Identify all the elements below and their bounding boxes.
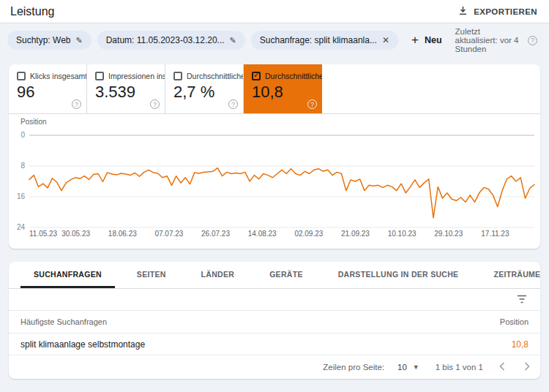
export-button[interactable]: EXPORTIEREN bbox=[458, 6, 537, 17]
svg-text:18.06.23: 18.06.23 bbox=[108, 230, 137, 238]
metric-card-average-position[interactable]: Durchschnittliche... 10,8 ? bbox=[244, 64, 322, 113]
checkbox-average-ctr[interactable] bbox=[173, 72, 182, 80]
chip-label: Suchtyp: Web bbox=[16, 35, 70, 45]
metric-label: Durchschnittliche... bbox=[265, 72, 322, 80]
filter-bar: Suchtyp: Web ✎ Datum: 11.05.2023-03.12.2… bbox=[0, 23, 549, 57]
checkbox-total-impressions[interactable] bbox=[95, 72, 104, 80]
chevron-down-icon: ▼ bbox=[413, 363, 419, 371]
chip-label: Datum: 11.05.2023-03.12.20... bbox=[106, 35, 225, 45]
edit-pencil-icon[interactable]: ✎ bbox=[230, 36, 236, 45]
new-filter-button[interactable]: + Neu bbox=[404, 33, 449, 48]
table-toolbar bbox=[9, 289, 540, 311]
svg-text:11.05.23: 11.05.23 bbox=[29, 230, 58, 238]
svg-text:0: 0 bbox=[20, 131, 25, 139]
svg-text:30.05.23: 30.05.23 bbox=[61, 230, 90, 238]
metric-label: Durchschnittliche... bbox=[187, 72, 243, 80]
svg-text:29.10.23: 29.10.23 bbox=[434, 230, 463, 238]
chip-label: Suchanfrage: split klimaanla... bbox=[260, 35, 377, 45]
queries-table-card: SUCHANFRAGEN SEITEN LÄNDER GERÄTE DARSTE… bbox=[9, 262, 540, 379]
svg-text:17.11.23: 17.11.23 bbox=[481, 230, 509, 238]
svg-text:07.07.23: 07.07.23 bbox=[154, 230, 183, 238]
metrics-row: Klicks insgesamt 96 ? Impressionen ins..… bbox=[9, 64, 540, 114]
pagination-range: 1 bis 1 von 1 bbox=[436, 363, 483, 372]
metric-label: Klicks insgesamt bbox=[30, 72, 86, 80]
last-updated-text: Zuletzt aktualisiert: vor 4 Stunden bbox=[455, 27, 523, 53]
rows-per-page-value: 10 bbox=[397, 363, 407, 372]
next-page-button[interactable] bbox=[524, 362, 530, 372]
filter-list-icon[interactable] bbox=[517, 293, 527, 306]
tab-devices[interactable]: GERÄTE bbox=[256, 262, 316, 288]
table-row[interactable]: split klimaanlage selbstmontage 10,8 bbox=[9, 333, 540, 355]
svg-text:16: 16 bbox=[17, 192, 26, 200]
app-header: Leistung EXPORTIEREN bbox=[0, 0, 549, 23]
svg-text:8: 8 bbox=[20, 162, 25, 170]
position-cell: 10,8 bbox=[512, 339, 529, 350]
tab-queries[interactable]: SUCHANFRAGEN bbox=[20, 262, 115, 288]
chart-canvas: 08162411.05.2330.05.2318.06.2307.07.2326… bbox=[9, 114, 540, 248]
help-icon[interactable]: ? bbox=[72, 99, 81, 109]
query-cell[interactable]: split klimaanlage selbstmontage bbox=[20, 339, 145, 350]
help-icon[interactable]: ? bbox=[150, 99, 160, 109]
table-tabs: SUCHANFRAGEN SEITEN LÄNDER GERÄTE DARSTE… bbox=[9, 262, 540, 289]
svg-text:21.09.23: 21.09.23 bbox=[341, 230, 370, 238]
help-icon[interactable]: ? bbox=[307, 99, 317, 109]
checkbox-average-position-checked[interactable] bbox=[252, 72, 261, 80]
remove-filter-icon[interactable]: ✕ bbox=[382, 35, 389, 45]
tab-dates[interactable]: ZEITRÄUME bbox=[480, 262, 540, 288]
svg-text:10.10.23: 10.10.23 bbox=[388, 230, 417, 238]
svg-text:24: 24 bbox=[17, 223, 26, 231]
help-icon[interactable]: ? bbox=[228, 99, 238, 109]
previous-page-button[interactable] bbox=[499, 362, 505, 372]
column-header-queries[interactable]: Häufigste Suchanfragen bbox=[20, 317, 107, 326]
metric-label: Impressionen ins... bbox=[108, 72, 165, 80]
last-updated: Zuletzt aktualisiert: vor 4 Stunden ? bbox=[455, 27, 537, 53]
rows-per-page-select[interactable]: 10 ▼ bbox=[397, 363, 419, 372]
metric-card-total-impressions[interactable]: Impressionen ins... 3.539 ? bbox=[87, 64, 165, 113]
performance-chart-card: Klicks insgesamt 96 ? Impressionen ins..… bbox=[9, 64, 540, 249]
metric-card-average-ctr[interactable]: Durchschnittliche... 2,7 % ? bbox=[165, 64, 244, 113]
metric-card-total-clicks[interactable]: Klicks insgesamt 96 ? bbox=[9, 64, 87, 113]
pagination: Zeilen pro Seite: 10 ▼ 1 bis 1 von 1 bbox=[9, 355, 540, 378]
tab-search-appearance[interactable]: DARSTELLUNG IN DER SUCHE bbox=[325, 262, 472, 288]
page-title: Leistung bbox=[10, 5, 55, 18]
column-header-position[interactable]: Position bbox=[500, 317, 529, 326]
checkbox-total-clicks[interactable] bbox=[17, 72, 26, 80]
download-icon bbox=[458, 6, 468, 17]
help-icon[interactable]: ? bbox=[528, 36, 537, 45]
new-filter-label: Neu bbox=[425, 35, 442, 45]
position-line-chart: Position 08162411.05.2330.05.2318.06.230… bbox=[9, 114, 540, 248]
svg-text:14.08.23: 14.08.23 bbox=[248, 230, 277, 238]
main-content: Klicks insgesamt 96 ? Impressionen ins..… bbox=[0, 57, 549, 379]
table-header-row: Häufigste Suchanfragen Position bbox=[9, 311, 540, 333]
tab-pages[interactable]: SEITEN bbox=[124, 262, 179, 288]
export-label: EXPORTIEREN bbox=[474, 7, 537, 16]
filter-chip-query[interactable]: Suchanfrage: split klimaanla... ✕ bbox=[251, 31, 398, 50]
tab-countries[interactable]: LÄNDER bbox=[188, 262, 248, 288]
plus-icon: + bbox=[411, 33, 419, 48]
edit-pencil-icon[interactable]: ✎ bbox=[75, 36, 82, 45]
svg-text:26.07.23: 26.07.23 bbox=[201, 230, 230, 238]
filter-chip-date-range[interactable]: Datum: 11.05.2023-03.12.20... ✎ bbox=[97, 31, 245, 50]
svg-text:02.09.23: 02.09.23 bbox=[294, 230, 323, 238]
filter-chip-search-type[interactable]: Suchtyp: Web ✎ bbox=[7, 31, 92, 50]
rows-per-page-label: Zeilen pro Seite: bbox=[323, 363, 384, 372]
